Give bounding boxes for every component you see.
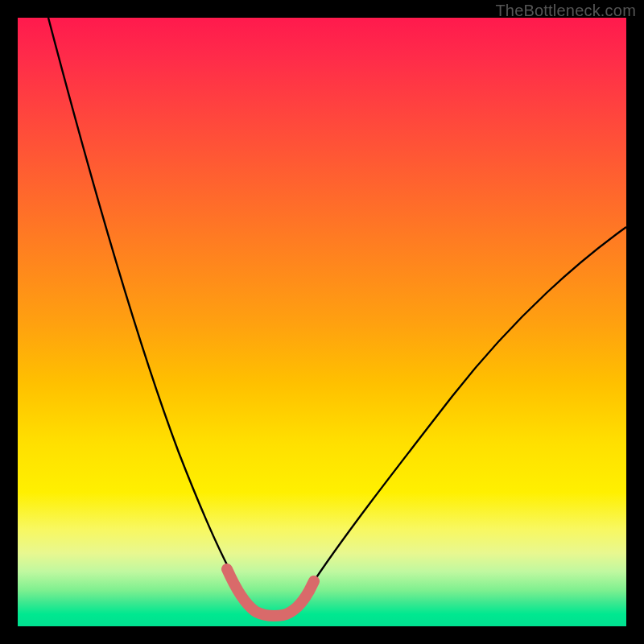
trough-highlight (227, 569, 314, 616)
chart-frame: TheBottleneck.com (0, 0, 644, 644)
watermark-text: TheBottleneck.com (495, 2, 636, 20)
plot-area (18, 18, 626, 626)
bottleneck-curve (18, 18, 626, 626)
curve-path (48, 18, 626, 613)
